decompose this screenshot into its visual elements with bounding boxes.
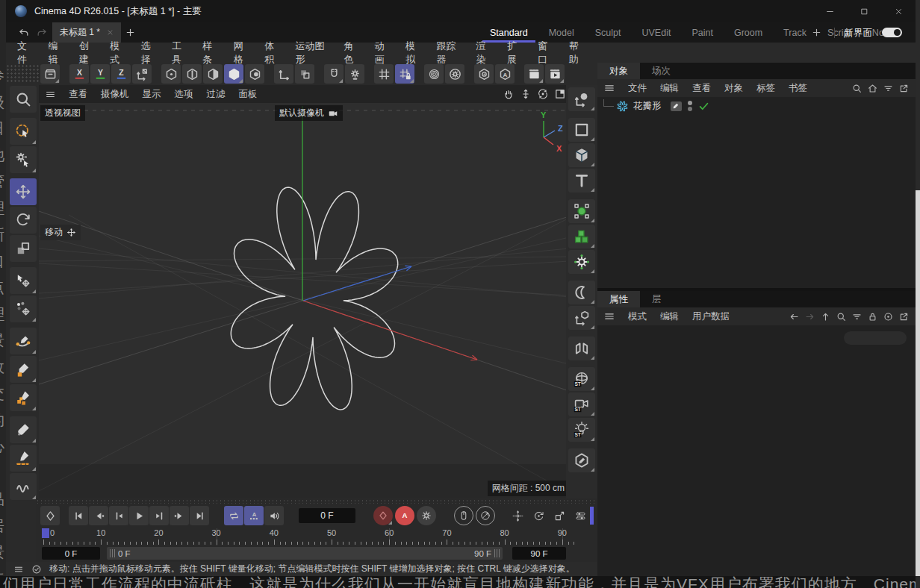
dolly-icon[interactable]: [520, 88, 532, 100]
maximize-button[interactable]: [847, 0, 881, 22]
viewport-menu-item[interactable]: 查看: [62, 88, 94, 101]
current-frame-field[interactable]: 0 F: [299, 508, 355, 523]
add-layout-icon[interactable]: [812, 28, 821, 37]
lock-z-axis-button[interactable]: Z: [111, 64, 131, 84]
volume-pen-button[interactable]: [568, 448, 595, 472]
play-button[interactable]: [129, 506, 149, 525]
add-document-icon[interactable]: [125, 28, 135, 37]
pan-hand-icon[interactable]: [503, 88, 515, 100]
attribute-manager-tab[interactable]: 层: [640, 291, 674, 307]
om-menu-item[interactable]: 编辑: [653, 82, 686, 95]
edit-badge[interactable]: [671, 101, 682, 111]
timeline-ruler[interactable]: 0102030405060708090: [36, 528, 597, 546]
om-menu-item[interactable]: 对象: [718, 82, 750, 95]
zoom-tool-button[interactable]: [10, 86, 37, 113]
goto-end-button[interactable]: [190, 506, 209, 525]
texture-mode-button[interactable]: [245, 64, 264, 84]
null-rings-button[interactable]: [424, 64, 444, 84]
prev-key-button[interactable]: [89, 506, 108, 525]
viewport-menu-item[interactable]: 过滤: [200, 88, 232, 101]
om-hamburger-icon[interactable]: [603, 82, 615, 94]
om-menu-item[interactable]: 标签: [750, 82, 782, 95]
object-name[interactable]: 花瓣形: [633, 100, 662, 113]
am-search-icon[interactable]: [836, 311, 847, 322]
camera-label[interactable]: 默认摄像机: [275, 105, 343, 121]
tweak-tool-button[interactable]: [10, 146, 37, 173]
symmetry-button[interactable]: [568, 337, 595, 360]
polygons-mode-button[interactable]: [203, 64, 223, 84]
am-menu-item[interactable]: 用户数据: [686, 310, 736, 323]
am-lock-icon[interactable]: [867, 311, 878, 322]
viewport-hamburger-icon[interactable]: [45, 89, 56, 100]
range-start-field[interactable]: 0 F: [42, 547, 100, 560]
spline-volume-button[interactable]: [10, 384, 37, 411]
viewport-menu-item[interactable]: 面板: [232, 88, 264, 101]
redo-icon[interactable]: [36, 27, 48, 39]
key-scale-button[interactable]: [550, 506, 569, 525]
om-home-icon[interactable]: [867, 83, 878, 94]
layout-tab[interactable]: Track: [773, 22, 817, 43]
status-hamburger-icon[interactable]: [13, 564, 24, 575]
range-grip-right[interactable]: [494, 549, 500, 557]
am-menu-item[interactable]: 编辑: [653, 310, 686, 323]
move-tool-button[interactable]: [10, 178, 37, 205]
keyframe-diamond-button[interactable]: [40, 506, 60, 525]
keying-settings-button[interactable]: [417, 506, 436, 525]
menu-item[interactable]: 文件: [10, 40, 41, 66]
stage-light-button[interactable]: ST: [568, 418, 595, 442]
key-parameter-button[interactable]: [571, 506, 590, 525]
om-menu-item[interactable]: 书签: [782, 82, 814, 95]
loop-playback-button[interactable]: [224, 506, 243, 525]
om-menu-item[interactable]: 查看: [686, 82, 718, 95]
end-frame-field[interactable]: 90 F: [512, 547, 566, 560]
layout-tab[interactable]: UVEdit: [632, 22, 682, 43]
subdivision-generator-button[interactable]: [568, 199, 595, 223]
minimize-button[interactable]: [812, 0, 847, 22]
snap-button[interactable]: [324, 64, 344, 84]
toggle-panel-icon[interactable]: [554, 88, 566, 100]
new-ui-toggle[interactable]: [882, 28, 902, 37]
sound-button[interactable]: [264, 506, 284, 525]
next-key-button[interactable]: [170, 506, 189, 525]
playhead[interactable]: [42, 528, 49, 538]
spline-rectangle-button[interactable]: [568, 118, 595, 142]
attribute-manager-tab[interactable]: 属性: [597, 291, 640, 307]
next-frame-button[interactable]: [149, 506, 169, 525]
quantize-button[interactable]: [374, 64, 394, 84]
am-back-icon[interactable]: [789, 311, 800, 322]
prev-frame-button[interactable]: [109, 506, 128, 525]
viewport-canvas[interactable]: YZX 透视视图 默认摄像机 移动 网格间距 : 500 cm: [39, 103, 572, 498]
autokey-track-button[interactable]: A: [244, 506, 264, 525]
brush-tool-button[interactable]: [10, 416, 37, 443]
key-position-button[interactable]: [508, 506, 527, 525]
workplane-button[interactable]: [295, 64, 314, 84]
content-browser-button[interactable]: [40, 64, 60, 84]
live-selection-button[interactable]: [10, 118, 37, 145]
sky-environment-button[interactable]: ST: [568, 367, 595, 391]
array-generator-button[interactable]: [568, 225, 595, 248]
metaball-button[interactable]: [568, 281, 595, 304]
cube-primitive-button[interactable]: [568, 143, 595, 167]
stage-camera-button[interactable]: ST: [568, 392, 595, 416]
am-target-icon[interactable]: [883, 311, 894, 322]
viewport-menu-item[interactable]: 选项: [168, 88, 200, 101]
record-mouse-button[interactable]: [454, 506, 473, 525]
model-mode-button[interactable]: [224, 64, 243, 84]
spline-pen-button[interactable]: [10, 328, 37, 354]
am-external-icon[interactable]: [898, 311, 910, 322]
coordinate-system-button[interactable]: [132, 64, 152, 84]
sketch-spline-button[interactable]: [10, 356, 37, 383]
visibility-button[interactable]: [474, 64, 494, 84]
transfer-tool-button[interactable]: [10, 267, 37, 294]
layout-tab[interactable]: Groom: [724, 22, 773, 43]
edges-mode-button[interactable]: [182, 64, 202, 84]
object-axis-button[interactable]: [274, 64, 293, 84]
object-row[interactable]: 花瓣形: [597, 98, 916, 113]
close-button[interactable]: [881, 0, 916, 22]
layout-tab[interactable]: Paint: [681, 22, 724, 43]
multi-move-tool-button[interactable]: [10, 295, 37, 322]
enabled-check-icon[interactable]: [698, 101, 709, 112]
close-tab-icon[interactable]: [107, 29, 114, 36]
viewport-menu-item[interactable]: 摄像机: [94, 88, 136, 101]
quantize-lock-button[interactable]: [395, 64, 414, 84]
